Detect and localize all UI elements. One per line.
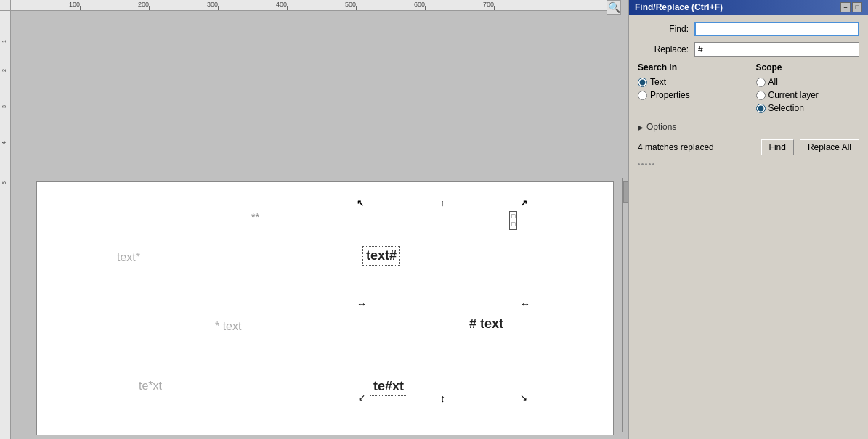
ruler-label-600: 600 [414, 1, 425, 8]
ruler-top: 100 200 300 400 500 600 700 [11, 0, 614, 11]
mini-selection-indicator: □ □ [509, 211, 517, 230]
handle-tl: ↖ [357, 198, 364, 208]
tick [287, 6, 288, 10]
ruler-label-500: 500 [345, 1, 356, 8]
search-section: Search in Text Properties Scope All [638, 62, 859, 116]
panel-titlebar: Find/Replace (Ctrl+F) – □ [629, 0, 868, 15]
search-text-radio[interactable] [638, 78, 647, 87]
options-arrow-icon: ▶ [638, 123, 644, 131]
find-row: Find: [638, 22, 859, 36]
handle-tr: ↑ [440, 198, 445, 208]
scope-current-layer-radio-row: Current layer [756, 90, 860, 100]
handle-tr2: ↗ [520, 198, 527, 208]
scrollbar-thumb[interactable] [623, 181, 628, 203]
handle-bl: ↙ [358, 393, 365, 403]
scope-current-layer-radio[interactable] [756, 91, 766, 100]
ruler-label-v5: 5 [1, 181, 7, 184]
move-arrow-left1: ↔ [357, 298, 367, 310]
status-row: 4 matches replaced Find Replace All [638, 139, 859, 155]
ruler-label-100: 100 [69, 1, 80, 8]
tick [356, 6, 357, 10]
tick [425, 6, 426, 10]
move-arrow-right1: ↔ [520, 298, 530, 310]
handle-br: ↘ [520, 393, 527, 403]
tick [494, 6, 495, 10]
tick [218, 6, 219, 10]
canvas-inner: ** ↖ ↑ ↗ text* text# □ □ [11, 11, 628, 439]
status-text: 4 matches replaced [638, 142, 755, 152]
ruler-label-v3: 3 [1, 105, 7, 108]
ruler-label-v2: 2 [1, 69, 7, 72]
canvas-text-hash-selected[interactable]: text# [362, 246, 400, 266]
tick [80, 6, 81, 10]
scrollbar-area [638, 163, 859, 165]
panel-title: Find/Replace (Ctrl+F) [635, 2, 723, 12]
canvas-wrapper: ** ↖ ↑ ↗ text* text# □ □ [11, 11, 628, 439]
vertical-scrollbar[interactable] [622, 178, 628, 432]
dot1 [638, 163, 640, 165]
move-arrow-down: ↕ [440, 393, 445, 404]
search-text-radio-row: Text [638, 77, 742, 87]
find-label: Find: [638, 24, 689, 34]
dot4 [649, 163, 651, 165]
replace-all-button[interactable]: Replace All [800, 139, 859, 155]
options-row[interactable]: ▶ Options [638, 122, 859, 132]
canvas-text-hash-text[interactable]: # text [469, 316, 503, 332]
find-input[interactable] [694, 22, 859, 36]
scope-all-radio-row: All [756, 77, 860, 87]
scope-all-radio[interactable] [756, 78, 766, 87]
scope-all-label: All [768, 77, 778, 87]
scope-selection-label: Selection [768, 103, 804, 113]
panel-content: Find: Replace: Search in Text Properties [629, 15, 868, 439]
drawing-canvas[interactable]: ** ↖ ↑ ↗ text* text# □ □ [36, 181, 614, 435]
scope-column: Scope All Current layer Selection [756, 62, 860, 116]
dots-indicator [638, 163, 654, 165]
options-label: Options [646, 122, 676, 132]
replace-input[interactable] [694, 42, 859, 57]
scope-selection-radio[interactable] [756, 104, 766, 113]
dot3 [645, 163, 647, 165]
search-in-title: Search in [638, 62, 742, 73]
ruler-label-v4: 4 [1, 141, 7, 144]
search-properties-radio[interactable] [638, 91, 647, 100]
titlebar-buttons: – □ [840, 2, 862, 12]
ruler-label-700: 700 [483, 1, 494, 8]
replace-row: Replace: [638, 42, 859, 57]
canvas-area: 100 200 300 400 500 600 700 🔍 1 2 3 4 5 [0, 0, 628, 439]
canvas-text-star[interactable]: text* [117, 251, 140, 264]
ruler-label-300: 300 [207, 1, 218, 8]
ruler-label-400: 400 [276, 1, 287, 8]
minimize-button[interactable]: – [840, 2, 851, 12]
scope-title: Scope [756, 62, 860, 73]
search-text-label: Text [650, 77, 666, 87]
replace-label: Replace: [638, 44, 689, 54]
scope-selection-radio-row: Selection [756, 103, 860, 113]
search-in-column: Search in Text Properties [638, 62, 742, 116]
ruler-label-v: 1 [1, 40, 7, 43]
find-button[interactable]: Find [761, 139, 794, 155]
canvas-text-stars[interactable]: ** [251, 211, 259, 223]
canvas-text-star-text[interactable]: * text [215, 320, 241, 333]
ruler-corner [0, 0, 11, 11]
zoom-icon: 🔍 [608, 1, 620, 13]
dot5 [652, 163, 654, 165]
tick [149, 6, 150, 10]
ruler-left: 1 2 3 4 5 [0, 11, 11, 439]
search-properties-label: Properties [650, 90, 690, 100]
search-props-radio-row: Properties [638, 90, 742, 100]
dot2 [641, 163, 644, 165]
canvas-text-te-hash-xt[interactable]: te#xt [370, 377, 407, 396]
canvas-text-te-star-xt[interactable]: te*xt [139, 379, 162, 393]
find-replace-panel: Find/Replace (Ctrl+F) – □ Find: Replace:… [628, 0, 868, 439]
scope-current-layer-label: Current layer [768, 90, 819, 100]
zoom-button[interactable]: 🔍 [607, 0, 621, 15]
ruler-label-200: 200 [138, 1, 149, 8]
restore-button[interactable]: □ [852, 2, 862, 12]
